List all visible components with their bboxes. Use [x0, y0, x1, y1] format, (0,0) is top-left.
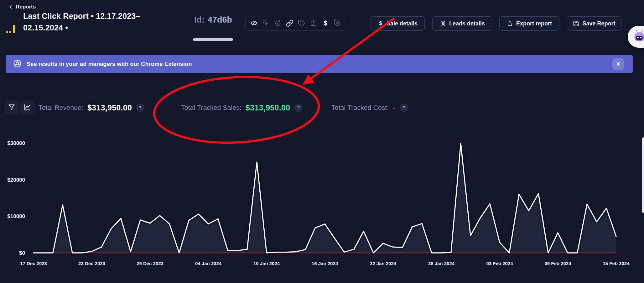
export-report-label: Export report [516, 20, 552, 27]
line-chart-icon [23, 103, 31, 112]
funnel-icon [8, 104, 15, 112]
eye-icon[interactable] [250, 19, 258, 27]
help-badge[interactable]: ? [136, 104, 144, 112]
floppy-disk-icon [573, 20, 579, 27]
y-tick-label: $10000 [7, 213, 25, 219]
sale-details-label: Sale details [387, 20, 418, 27]
export-report-button[interactable]: Export report [499, 16, 559, 31]
stat-total-tracked-cost: Total Tracked Cost: - ? [331, 100, 408, 115]
report-id: Id: 47d6b [194, 15, 232, 25]
revenue-chart: 17 Dec 202323 Dec 202329 Dec 202304 Jan … [0, 0, 644, 283]
tag-icon[interactable] [298, 19, 306, 27]
stat-value: $313,950.00 [246, 103, 290, 112]
svg-text:$: $ [379, 20, 382, 26]
id-underline-bar [193, 38, 233, 41]
page-title: Last Click Report • 12.17.2023–02.15.202… [23, 10, 163, 34]
chrome-extension-banner: See results in your ad managers with our… [6, 55, 633, 73]
stat-label: Total Tracked Sales: [181, 104, 242, 111]
sale-details-button[interactable]: $ Sale details [371, 16, 425, 31]
money-refresh-icon[interactable]: $ [274, 19, 282, 27]
metrics-icon-toolbar: $ $ [245, 16, 346, 31]
stat-label: Total Tracked Cost: [331, 104, 389, 111]
x-tick-label: 29 Dec 2023 [137, 261, 164, 266]
leads-details-button[interactable]: Leads details [432, 16, 492, 31]
back-chevron-icon [8, 4, 13, 9]
x-tick-label: 15 Feb 2024 [603, 261, 630, 266]
banner-text: See results in your ad managers with our… [27, 61, 192, 67]
svg-text:$: $ [324, 19, 327, 27]
breadcrumb-label: Reports [16, 4, 36, 10]
breadcrumb[interactable]: Reports [8, 4, 36, 10]
x-tick-label: 04 Jan 2024 [195, 261, 222, 266]
dollar-icon: $ [378, 20, 383, 27]
stat-value: - [393, 104, 396, 112]
revenue-area [34, 143, 616, 253]
help-badge[interactable]: ? [400, 104, 408, 112]
stat-total-tracked-sales: Total Tracked Sales: $313,950.00 ? [181, 100, 303, 115]
chart-type-button[interactable] [20, 100, 34, 115]
stat-label: Total Revenue: [39, 104, 83, 111]
dollar-icon[interactable]: $ [321, 19, 330, 27]
upload-icon [507, 20, 513, 27]
link-icon[interactable] [286, 19, 294, 27]
help-badge[interactable]: ? [294, 104, 303, 112]
chrome-icon [13, 59, 22, 69]
x-tick-label: 03 Feb 2024 [486, 261, 513, 266]
save-report-label: Save Report [582, 20, 615, 27]
stat-value: $313,950.00 [87, 103, 132, 112]
x-tick-label: 23 Dec 2023 [78, 261, 105, 266]
report-mini-chart-icon [6, 24, 17, 34]
robot-icon [632, 29, 644, 44]
leads-details-label: Leads details [449, 20, 485, 27]
banner-close-button[interactable]: ✕ [612, 58, 624, 70]
x-tick-label: 22 Jan 2024 [370, 261, 397, 266]
x-tick-label: 16 Jan 2024 [312, 261, 338, 266]
person-badge-icon [440, 20, 446, 27]
y-tick-label: $0 [19, 250, 25, 256]
save-report-button[interactable]: Save Report [567, 16, 621, 31]
x-tick-label: 10 Jan 2024 [253, 261, 280, 266]
sale-tag-icon[interactable] [333, 19, 341, 27]
report-id-value: 47d6b [208, 15, 232, 25]
x-tick-label: 28 Jan 2024 [428, 261, 455, 266]
calendar-card-icon[interactable] [309, 19, 318, 27]
y-tick-label: $20000 [7, 177, 25, 183]
x-tick-label: 17 Dec 2023 [20, 261, 47, 266]
click-cursor-icon[interactable] [262, 19, 270, 27]
y-tick-label: $30000 [7, 140, 25, 146]
svg-text:$: $ [277, 22, 278, 25]
x-tick-label: 09 Feb 2024 [544, 261, 571, 266]
report-id-label: Id: [194, 15, 205, 25]
stat-total-revenue: Total Revenue: $313,950.00 ? [39, 100, 144, 115]
scrollbar-thumb[interactable] [642, 137, 644, 213]
filter-button[interactable] [4, 100, 19, 115]
